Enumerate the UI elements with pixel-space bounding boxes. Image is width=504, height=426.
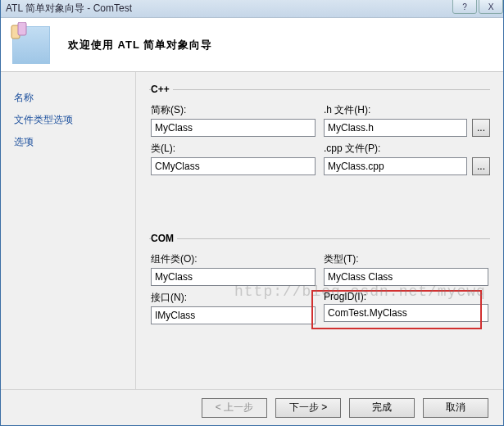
next-button[interactable]: 下一步 >: [275, 398, 341, 418]
wizard-icon: [12, 26, 50, 64]
short-name-input[interactable]: [151, 119, 316, 137]
finish-button[interactable]: 完成: [349, 398, 415, 418]
cpp-file-label: .cpp 文件(P):: [324, 142, 488, 156]
svg-rect-1: [18, 22, 26, 35]
sidebar-item-filetype-options[interactable]: 文件类型选项: [11, 109, 125, 131]
body: 名称 文件类型选项 选项 C++ 简称(S): .h 文件(H): ...: [1, 72, 503, 389]
interface-input[interactable]: [151, 306, 316, 324]
close-button[interactable]: X: [479, 0, 503, 14]
back-button[interactable]: < 上一步: [202, 398, 267, 418]
class-input[interactable]: [151, 157, 316, 175]
sidebar: 名称 文件类型选项 选项: [1, 72, 136, 389]
progid-input[interactable]: [324, 304, 488, 322]
progid-label: ProgID(I):: [324, 291, 488, 302]
short-name-label: 简称(S):: [151, 103, 316, 117]
footer: < 上一步 下一步 > 完成 取消: [1, 389, 503, 425]
coclass-label: 组件类(O):: [151, 252, 316, 266]
title-bar: ATL 简单对象向导 - ComTest ? X: [1, 0, 503, 18]
interface-label: 接口(N):: [151, 291, 316, 305]
header-banner: 欢迎使用 ATL 简单对象向导: [1, 18, 503, 72]
main-panel: C++ 简称(S): .h 文件(H): ... 类(L):: [136, 72, 503, 389]
cancel-button[interactable]: 取消: [423, 398, 488, 418]
group-com-legend: COM: [151, 233, 177, 244]
h-file-input[interactable]: [324, 119, 467, 137]
wizard-window: ATL 简单对象向导 - ComTest ? X 欢迎使用 ATL 简单对象向导…: [0, 0, 504, 426]
group-cpp-legend: C++: [151, 84, 173, 95]
type-input[interactable]: [324, 268, 488, 286]
cpp-file-browse-button[interactable]: ...: [472, 157, 490, 175]
sidebar-item-options[interactable]: 选项: [11, 131, 125, 153]
class-label: 类(L):: [151, 142, 316, 156]
sidebar-item-name[interactable]: 名称: [11, 87, 125, 109]
group-com: COM 组件类(O): 类型(T): 接口(N):: [149, 233, 490, 336]
cpp-file-input[interactable]: [324, 157, 467, 175]
help-button[interactable]: ?: [452, 0, 477, 14]
window-title: ATL 简单对象向导 - ComTest: [6, 2, 132, 16]
type-label: 类型(T):: [324, 252, 488, 266]
h-file-label: .h 文件(H):: [324, 103, 488, 117]
titlebar-buttons: ? X: [451, 0, 503, 14]
page-title: 欢迎使用 ATL 简单对象向导: [68, 38, 212, 52]
h-file-browse-button[interactable]: ...: [472, 119, 490, 137]
group-cpp: C++ 简称(S): .h 文件(H): ... 类(L):: [149, 84, 490, 187]
coclass-input[interactable]: [151, 268, 316, 286]
